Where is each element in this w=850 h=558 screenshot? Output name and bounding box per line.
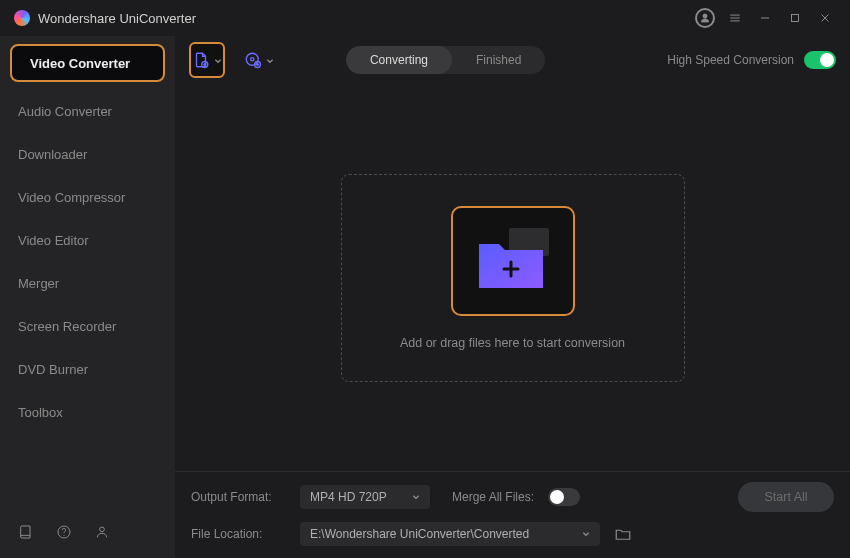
sidebar-item-audio-converter[interactable]: Audio Converter xyxy=(0,90,175,133)
sidebar-item-label: Downloader xyxy=(18,147,87,162)
file-add-icon xyxy=(192,51,210,69)
file-location-label: File Location: xyxy=(191,527,286,541)
svg-point-3 xyxy=(100,527,105,532)
sidebar-item-label: Video Editor xyxy=(18,233,89,248)
app-body: Video Converter Audio Converter Download… xyxy=(0,36,850,558)
add-folder-button[interactable] xyxy=(451,206,575,316)
high-speed-label: High Speed Conversion xyxy=(667,53,794,67)
app-logo-icon xyxy=(14,10,30,26)
sidebar-item-downloader[interactable]: Downloader xyxy=(0,133,175,176)
menu-button[interactable] xyxy=(724,7,746,29)
high-speed-row: High Speed Conversion xyxy=(667,51,836,69)
sidebar-item-label: Audio Converter xyxy=(18,104,112,119)
sidebar-footer xyxy=(0,510,175,558)
output-format-value: MP4 HD 720P xyxy=(310,490,387,504)
merge-all-label: Merge All Files: xyxy=(452,490,534,504)
folder-icon xyxy=(614,525,632,543)
app-title: Wondershare UniConverter xyxy=(38,11,196,26)
svg-point-6 xyxy=(251,58,254,61)
sidebar-item-label: Screen Recorder xyxy=(18,319,116,334)
window-minimize-button[interactable] xyxy=(754,7,776,29)
start-all-label: Start All xyxy=(764,490,807,504)
file-location-select[interactable]: E:\Wondershare UniConverter\Converted xyxy=(300,522,600,546)
high-speed-toggle[interactable] xyxy=(804,51,836,69)
svg-point-5 xyxy=(246,53,258,65)
open-folder-button[interactable] xyxy=(614,525,632,543)
sidebar-item-merger[interactable]: Merger xyxy=(0,262,175,305)
tab-label: Finished xyxy=(476,53,521,67)
start-all-button[interactable]: Start All xyxy=(738,482,834,512)
output-format-select[interactable]: MP4 HD 720P xyxy=(300,485,430,509)
window-close-button[interactable] xyxy=(814,7,836,29)
close-icon xyxy=(818,11,832,25)
add-from-disc-button[interactable] xyxy=(241,42,277,78)
book-icon xyxy=(18,524,34,540)
help-icon xyxy=(56,524,72,540)
file-location-value: E:\Wondershare UniConverter\Converted xyxy=(310,527,529,541)
tutorial-button[interactable] xyxy=(18,524,34,544)
dropzone[interactable]: Add or drag files here to start conversi… xyxy=(341,174,685,382)
user-icon xyxy=(695,8,715,28)
disc-add-icon xyxy=(244,51,262,69)
svg-point-2 xyxy=(63,535,64,536)
maximize-icon xyxy=(788,11,802,25)
sidebar: Video Converter Audio Converter Download… xyxy=(0,36,175,558)
sidebar-item-video-editor[interactable]: Video Editor xyxy=(0,219,175,262)
sidebar-item-video-compressor[interactable]: Video Compressor xyxy=(0,176,175,219)
sidebar-item-label: Video Compressor xyxy=(18,190,125,205)
minimize-icon xyxy=(758,11,772,25)
sidebar-item-label: Merger xyxy=(18,276,59,291)
sidebar-item-screen-recorder[interactable]: Screen Recorder xyxy=(0,305,175,348)
help-button[interactable] xyxy=(56,524,72,544)
app-window: Wondershare UniConverter Video Converter xyxy=(0,0,850,558)
sidebar-item-dvd-burner[interactable]: DVD Burner xyxy=(0,348,175,391)
status-tabs: Converting Finished xyxy=(346,46,545,74)
folder-plus-icon xyxy=(471,226,555,296)
bottom-bar: Output Format: MP4 HD 720P Merge All Fil… xyxy=(175,471,850,558)
add-files-button[interactable] xyxy=(189,42,225,78)
sidebar-item-label: DVD Burner xyxy=(18,362,88,377)
chevron-down-icon xyxy=(214,57,222,65)
toolbar: Converting Finished High Speed Conversio… xyxy=(175,36,850,84)
merge-all-toggle[interactable] xyxy=(548,488,580,506)
svg-rect-0 xyxy=(792,15,799,22)
account-button[interactable] xyxy=(694,7,716,29)
titlebar: Wondershare UniConverter xyxy=(0,0,850,36)
main-panel: Converting Finished High Speed Conversio… xyxy=(175,36,850,558)
person-icon xyxy=(94,524,110,540)
content-area: Add or drag files here to start conversi… xyxy=(175,84,850,471)
window-maximize-button[interactable] xyxy=(784,7,806,29)
feedback-button[interactable] xyxy=(94,524,110,544)
sidebar-item-label: Toolbox xyxy=(18,405,63,420)
hamburger-icon xyxy=(728,11,742,25)
dropzone-text: Add or drag files here to start conversi… xyxy=(400,336,625,350)
tab-converting[interactable]: Converting xyxy=(346,46,452,74)
sidebar-item-toolbox[interactable]: Toolbox xyxy=(0,391,175,434)
sidebar-item-video-converter[interactable]: Video Converter xyxy=(10,44,165,82)
tab-finished[interactable]: Finished xyxy=(452,46,545,74)
chevron-down-icon xyxy=(412,493,420,501)
tab-label: Converting xyxy=(370,53,428,67)
sidebar-item-label: Video Converter xyxy=(30,56,130,71)
chevron-down-icon xyxy=(266,57,274,65)
output-format-label: Output Format: xyxy=(191,490,286,504)
chevron-down-icon xyxy=(582,530,590,538)
